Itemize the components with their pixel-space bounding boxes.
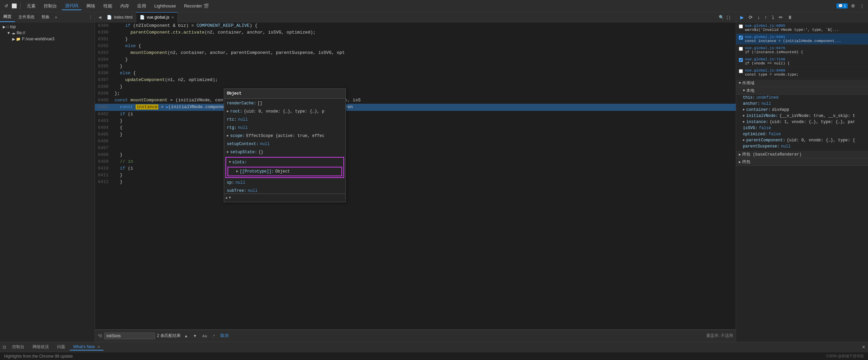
debug-edit-btn[interactable]: ✏ — [777, 14, 784, 21]
tab-filesystem[interactable]: 文件系统 — [15, 12, 38, 22]
bottom-tab-console[interactable]: 控制台 — [9, 343, 28, 351]
bp-checkbox-2[interactable] — [739, 36, 743, 40]
menu-lighthouse[interactable]: Lighthouse — [151, 3, 179, 9]
tab-close-btn[interactable]: ✕ — [171, 16, 174, 19]
bp-file-3[interactable]: vue.global.js:6476 — [745, 46, 865, 50]
format-icon[interactable]: { } — [725, 15, 732, 20]
menu-network[interactable]: 网络 — [83, 2, 99, 10]
tooltip-row: ▶ root: {uid: 0, vnode: {…}, type: {…}, … — [224, 107, 346, 116]
bp-checkbox-5[interactable] — [739, 69, 743, 73]
chat-badge[interactable]: 💬 1 — [836, 3, 848, 8]
bottom-tab-issues[interactable]: 问题 — [54, 343, 68, 351]
bp-line-1: warn$1('Invalid VNode type:', type, `${.… — [745, 28, 865, 32]
debug-pause-btn[interactable]: ⏸ — [786, 14, 794, 21]
menu-app[interactable]: 应用 — [134, 2, 150, 10]
bp-checkbox-1[interactable] — [739, 24, 743, 28]
breakpoint-item-2: vue.global.js:6401 const instance = (ini… — [736, 34, 868, 45]
tab-index-html[interactable]: 📄 index.html — [103, 12, 136, 22]
bp-info-5: vue.global.js:8409 const type = vnode.ty… — [745, 68, 865, 77]
more-icon[interactable]: ⋮ — [859, 3, 865, 9]
menu-element[interactable]: 元素 — [23, 2, 39, 10]
status-text: Highlights from the Chrome 99 update — [4, 354, 826, 359]
tooltip-scroll-down[interactable]: ▼ — [229, 195, 231, 201]
bp-file-1[interactable]: vue.global.js:6005 — [745, 24, 865, 28]
file-tree-options[interactable]: ⋮ — [86, 12, 95, 22]
top-toolbar: ↺ ⬜ 元素 控制台 源代码 网络 性能 内存 应用 Lighthouse Re… — [0, 0, 868, 12]
breakpoint-item-5: vue.global.js:8409 const type = vnode.ty… — [736, 67, 868, 78]
tooltip-row: ▶ setupState: {} — [224, 148, 346, 156]
search-next-btn[interactable]: ▼ — [192, 333, 198, 339]
code-line: 6406 — [95, 138, 736, 145]
scope-header-closure2[interactable]: ▶ 闭包 — [736, 158, 868, 166]
code-line: 6402 if (i — [95, 111, 736, 118]
search-cancel-btn[interactable]: 取消 — [220, 333, 229, 339]
bp-info-4: vue.global.js:7146 if (vnode == null) { — [745, 57, 865, 65]
bottom-tab-whatsnew[interactable]: What's New ✕ — [70, 344, 103, 351]
menu-memory[interactable]: 内存 — [117, 2, 133, 10]
search-case-btn[interactable]: Aa — [200, 333, 209, 339]
tab-scroll-left[interactable]: ◀ — [96, 15, 103, 20]
tab-overrides[interactable]: 替换 — [38, 12, 53, 22]
bp-checkbox-4[interactable] — [739, 58, 743, 62]
bp-file-4[interactable]: vue.global.js:7146 — [745, 57, 865, 61]
code-line: 6390 parentComponent.ctx.activate(n2, co… — [95, 29, 736, 36]
tree-item-file[interactable]: ▼ ☁ file:// — [0, 30, 95, 36]
debug-resume-btn[interactable]: ▶ — [739, 14, 745, 21]
scope-var-this: this: undefined — [736, 95, 868, 101]
scope-arrow: ▼ — [739, 81, 741, 85]
debug-step-into-btn[interactable]: ↓ — [756, 14, 761, 21]
breakpoint-item-1: vue.global.js:6005 warn$1('Invalid VNode… — [736, 22, 868, 34]
scope-header-local[interactable]: ▼ 本地 — [736, 87, 868, 95]
scope-var-container: ▶ container: div#app — [736, 107, 868, 113]
debug-step-out-btn[interactable]: ↑ — [763, 14, 768, 21]
bottom-tab-close-btn[interactable]: ✕ — [97, 345, 100, 349]
device-icon[interactable]: ⬜ — [11, 3, 18, 9]
local-arrow: ▼ — [743, 89, 745, 93]
bottom-tab-network[interactable]: 网络状况 — [29, 343, 52, 351]
tab-more[interactable]: » — [53, 12, 59, 22]
tree-item-folder[interactable]: ▶ 📁 F:/vue-world/vue3 — [0, 36, 95, 42]
menu-recorder[interactable]: Recorder 🎬 — [181, 3, 212, 9]
tooltip-row: ▶ scope: EffectScope {active: true, effe… — [224, 132, 346, 140]
tree-item-top[interactable]: ▶ □ top — [0, 24, 95, 30]
code-line: 6408 } — [95, 152, 736, 158]
menu-source[interactable]: 源代码 — [62, 2, 82, 10]
bottom-tabs: 控制台 网络状况 问题 What's New ✕ — [9, 343, 859, 351]
tab-webpage[interactable]: 网页 — [0, 12, 15, 22]
code-line: 6410 if (i — [95, 165, 736, 172]
bp-file-2[interactable]: vue.global.js:6401 — [745, 35, 865, 39]
close-bottom-panel-btn[interactable]: ✕ — [862, 345, 865, 349]
scope-header-closure1[interactable]: ▶ 闭包 (baseCreateRenderer) — [736, 151, 868, 158]
scope-header-main[interactable]: ▼ 作用域 — [736, 80, 868, 87]
debug-step-btn[interactable]: ⤵ — [770, 14, 775, 21]
console-toggle-icon[interactable]: ⊡ — [3, 345, 6, 349]
tooltip-row: sp: null — [224, 179, 346, 187]
bp-file-5[interactable]: vue.global.js:8409 — [745, 68, 865, 73]
code-area[interactable]: 6389 if (n2IsComponent & biz) = COMPONEN… — [95, 22, 736, 342]
tooltip-slots-section: ▼ slots: ▶ [[Prototype]]: Object — [225, 157, 344, 178]
debug-step-over-btn[interactable]: ⟳ — [747, 14, 754, 21]
search-label-ab: ᴬB — [98, 334, 102, 338]
search-regex-btn[interactable]: .* — [210, 333, 217, 339]
search-prev-btn[interactable]: ▲ — [183, 333, 190, 339]
search-input[interactable] — [104, 333, 155, 339]
tooltip-header: Object — [224, 89, 346, 99]
toggle-search-icon[interactable]: 🔍 — [717, 15, 725, 20]
menu-perf[interactable]: 性能 — [100, 2, 116, 10]
bp-line-4: if (vnode == null) { — [745, 61, 865, 65]
tree-folder-icon: ▶ 📁 — [12, 37, 21, 41]
bp-checkbox-3[interactable] — [739, 47, 743, 51]
tab-vue-global-js[interactable]: 📄 vue.global.js ✕ — [136, 12, 178, 22]
inspect-icon[interactable]: ↺ — [3, 3, 9, 9]
file-tree-panel: 网页 文件系统 替换 » ⋮ ▶ □ top ▼ ☁ file:// ▶ 📁 F… — [0, 12, 95, 342]
tooltip-scroll-up[interactable]: ▲ — [225, 195, 228, 201]
tooltip-row: renderCache: [] — [224, 99, 346, 107]
settings-icon[interactable]: ⚙ — [850, 3, 856, 9]
scope-section: ▼ 作用域 ▼ 本地 this: undefined anchor: null … — [736, 78, 868, 167]
tooltip-content[interactable]: renderCache: [] ▶ root: {uid: 0, vnode: … — [224, 99, 346, 194]
bottom-right: ✕ — [862, 345, 865, 349]
code-line: 6393 mountComponent(n2, container, ancho… — [95, 49, 736, 56]
bottom-bar: ⊡ 控制台 网络状况 问题 What's New ✕ ✕ — [0, 342, 868, 352]
menu-console[interactable]: 控制台 — [40, 2, 60, 10]
bp-info-2: vue.global.js:6401 const instance = (ini… — [745, 35, 865, 43]
